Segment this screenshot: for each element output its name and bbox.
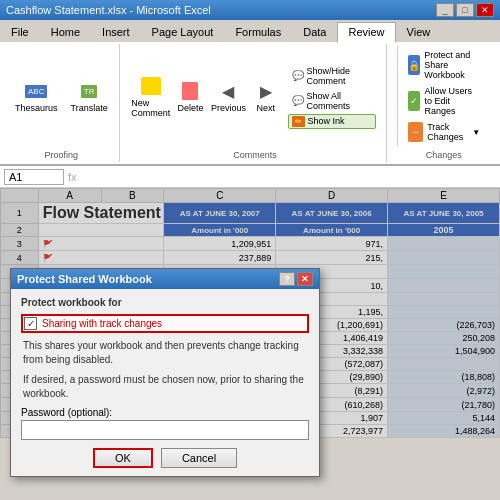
dialog-title-controls: ? ✕	[279, 272, 313, 286]
tab-insert[interactable]: Insert	[91, 22, 141, 42]
sheet-area: A B C D E 1 Flow Statement AS AT JUNE 30…	[0, 188, 500, 438]
tab-review[interactable]: Review	[337, 22, 395, 43]
ok-button[interactable]: OK	[93, 448, 153, 468]
translate-icon: TR	[77, 79, 101, 103]
new-comment-button[interactable]: NewComment	[130, 71, 172, 121]
track-dropdown-icon: ▼	[472, 128, 480, 137]
changes-label: Changes	[426, 150, 462, 160]
tab-file[interactable]: File	[0, 22, 40, 42]
protect-share-button[interactable]: 🔒 Protect and Share Workbook	[404, 48, 484, 82]
window-controls: _ □ ✕	[436, 3, 494, 17]
sharing-label: Sharing with track changes	[42, 318, 162, 329]
cancel-button[interactable]: Cancel	[161, 448, 237, 468]
delete-comment-button[interactable]: Delete	[175, 76, 206, 116]
changes-right-group: 🔒 Protect and Share Workbook ✓ Allow Use…	[397, 46, 490, 146]
track-changes-icon: ↔	[408, 122, 423, 142]
ribbon-group-changes: 🔒 Protect and Share Workbook ✓ Allow Use…	[391, 44, 496, 162]
next-icon: ▶	[254, 79, 278, 103]
show-hide-icon: 💬	[292, 70, 304, 81]
show-comments-column: 💬 Show/Hide Comment 💬 Show All Comments …	[284, 62, 381, 131]
allow-edit-icon: ✓	[408, 91, 420, 111]
new-comment-icon	[139, 74, 163, 98]
dialog-buttons: OK Cancel	[21, 448, 309, 468]
thesaurus-button[interactable]: ABC Thesaurus	[10, 76, 63, 116]
tab-page-layout[interactable]: Page Layout	[141, 22, 225, 42]
password-input[interactable]	[21, 420, 309, 440]
ribbon-group-comments: NewComment Delete ◀ Previous ▶ Next	[124, 44, 388, 162]
formula-input[interactable]	[81, 171, 496, 183]
proofing-items: ABC Thesaurus TR Translate	[10, 46, 113, 160]
translate-button[interactable]: TR Translate	[66, 76, 113, 116]
show-ink-button[interactable]: ✏ Show Ink	[288, 114, 377, 129]
show-hide-comment-button[interactable]: 💬 Show/Hide Comment	[288, 64, 377, 88]
thesaurus-icon: ABC	[24, 79, 48, 103]
maximize-button[interactable]: □	[456, 3, 474, 17]
dialog-body: Protect workbook for Sharing with track …	[11, 289, 319, 476]
title-bar: Cashflow Statement.xlsx - Microsoft Exce…	[0, 0, 500, 20]
formula-divider: fx	[68, 171, 77, 183]
changes-items: 🔒 Protect and Share Workbook ✓ Allow Use…	[397, 46, 490, 160]
ribbon-content: ABC Thesaurus TR Translate Proofing	[0, 42, 500, 166]
tab-home[interactable]: Home	[40, 22, 91, 42]
password-label: Password (optional):	[21, 407, 309, 418]
dialog-close-button[interactable]: ✕	[297, 272, 313, 286]
protect-share-icon: 🔒	[408, 55, 420, 75]
allow-edit-button[interactable]: ✓ Allow Users to Edit Ranges	[404, 84, 484, 118]
tab-data[interactable]: Data	[292, 22, 337, 42]
comments-items: NewComment Delete ◀ Previous ▶ Next	[130, 46, 381, 160]
ribbon-tabs: File Home Insert Page Layout Formulas Da…	[0, 20, 500, 42]
track-changes-button[interactable]: ↔ Track Changes ▼	[404, 120, 484, 144]
name-box[interactable]	[4, 169, 64, 185]
window-title: Cashflow Statement.xlsx - Microsoft Exce…	[6, 4, 211, 16]
ribbon-group-proofing: ABC Thesaurus TR Translate Proofing	[4, 44, 120, 162]
previous-comment-button[interactable]: ◀ Previous	[209, 76, 248, 116]
dialog-help-button[interactable]: ?	[279, 272, 295, 286]
next-comment-button[interactable]: ▶ Next	[251, 76, 281, 116]
dialog-title-bar: Protect Shared Workbook ? ✕	[11, 269, 319, 289]
sharing-track-changes-option[interactable]: Sharing with track changes	[21, 314, 309, 333]
dialog-overlay: Protect Shared Workbook ? ✕ Protect work…	[0, 188, 500, 438]
show-all-icon: 💬	[292, 95, 304, 106]
tab-view[interactable]: View	[396, 22, 442, 42]
protect-label: Protect workbook for	[21, 297, 309, 308]
description-2: If desired, a password must be chosen no…	[21, 373, 309, 401]
formula-bar: fx	[0, 166, 500, 188]
previous-icon: ◀	[216, 79, 240, 103]
ink-icon: ✏	[292, 116, 305, 127]
protect-shared-workbook-dialog: Protect Shared Workbook ? ✕ Protect work…	[10, 268, 320, 477]
sharing-checkbox[interactable]	[24, 317, 37, 330]
tab-formulas[interactable]: Formulas	[224, 22, 292, 42]
description-1: This shares your workbook and then preve…	[21, 339, 309, 367]
close-button[interactable]: ✕	[476, 3, 494, 17]
delete-comment-icon	[178, 79, 202, 103]
show-all-comments-button[interactable]: 💬 Show All Comments	[288, 89, 377, 113]
dialog-title: Protect Shared Workbook	[17, 273, 152, 285]
proofing-label: Proofing	[45, 150, 79, 160]
comments-label: Comments	[233, 150, 277, 160]
minimize-button[interactable]: _	[436, 3, 454, 17]
